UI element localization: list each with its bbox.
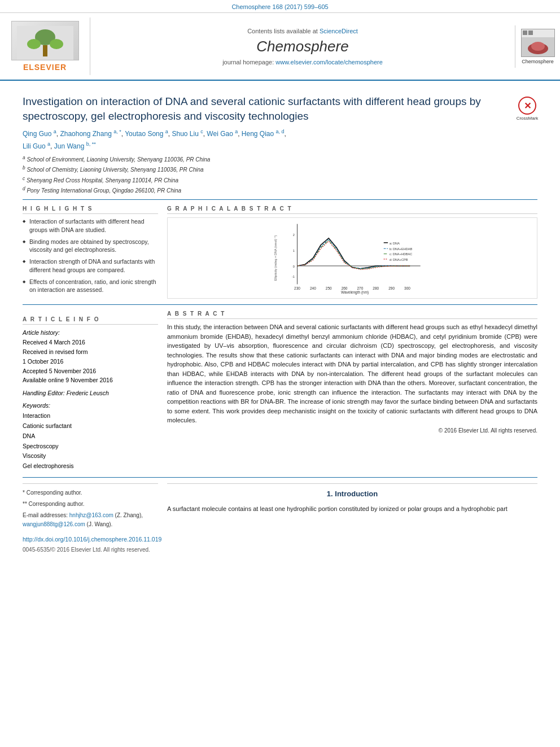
svg-rect-8 <box>528 30 533 35</box>
divider-bottom <box>23 477 537 478</box>
author-qing-guo: Qing Guo <box>23 130 51 138</box>
svg-text:2: 2 <box>293 233 295 237</box>
journal-name: Chemosphere <box>96 38 509 55</box>
email2-name: J. Wang <box>89 521 109 527</box>
keywords-section: Keywords: Interaction Cationic surfactan… <box>23 401 158 471</box>
highlights-label: H I G H L I G H T S <box>23 206 158 214</box>
keywords-label: Keywords: <box>23 401 158 411</box>
email-footnote: E-mail addresses: hnhjhz@163.com (Z. Zha… <box>23 511 158 529</box>
divider-top <box>23 199 537 200</box>
received-date: Received 4 March 2016 <box>23 338 158 347</box>
svg-text:Ellipticity (mdeg × DNA (nmol): Ellipticity (mdeg × DNA (nmol)⁻¹) <box>274 235 277 281</box>
author-heng-qiao: Heng Qiao <box>242 130 274 138</box>
affiliation-c: c Shenyang Red Cross Hospital, Shenyang … <box>23 175 537 185</box>
doi-link[interactable]: http://dx.doi.org/10.1016/j.chemosphere.… <box>23 536 161 543</box>
intro-title: 1. Introduction <box>167 488 537 500</box>
svg-text:230: 230 <box>294 286 300 290</box>
issn-line: 0045-6535/© 2016 Elsevier Ltd. All right… <box>23 545 158 554</box>
keyword-6: Gel electrophoresis <box>23 461 158 471</box>
graph-container: Ellipticity (mdeg × DNA (nmol)⁻¹) 230 24… <box>167 217 537 299</box>
received-revised: Received in revised form <box>23 347 158 357</box>
accepted-date: Accepted 5 November 2016 <box>23 366 158 376</box>
citation-bar: Chemosphere 168 (2017) 599–605 <box>0 0 560 13</box>
author-lili-guo: Lili Guo <box>23 142 46 150</box>
svg-text:250: 250 <box>326 286 332 290</box>
article-history: Article history: Received 4 March 2016 R… <box>23 328 158 385</box>
homepage-link[interactable]: www.elsevier.com/locate/chemosphere <box>275 59 383 65</box>
svg-text:c: DNA+HDBAC: c: DNA+HDBAC <box>390 253 412 256</box>
keyword-1: Interaction <box>23 411 158 421</box>
highlight-item-2: Binding modes are obtained by spectrosco… <box>23 238 158 254</box>
highlights-graphical-section: H I G H L I G H T S Interaction of surfa… <box>23 206 537 299</box>
journal-cover: Chemosphere <box>515 25 560 68</box>
keyword-2: Cationic surfactant <box>23 421 158 431</box>
cover-label: Chemosphere <box>522 59 554 64</box>
bottom-section: * Corresponding author. ** Corresponding… <box>23 483 537 554</box>
history-label: Article history: <box>23 328 158 338</box>
journal-header: ELSEVIER Contents lists available at Sci… <box>0 13 560 81</box>
email1-name: Z. Zhang <box>117 512 139 518</box>
keyword-5: Viscosity <box>23 451 158 461</box>
affiliation-b: b School of Chemistry, Liaoning Universi… <box>23 164 537 174</box>
introduction-column: 1. Introduction A surfactant molecule co… <box>167 483 537 554</box>
svg-text:Wavelength (nm): Wavelength (nm) <box>341 291 369 295</box>
email-label: E-mail addresses: <box>23 512 68 518</box>
cover-svg <box>522 29 554 56</box>
elsevier-label: ELSEVIER <box>23 63 67 72</box>
footnote-2: ** Corresponding author. <box>23 500 158 509</box>
cover-image <box>521 29 555 57</box>
revised-date: 1 October 2016 <box>23 357 158 366</box>
svg-text:0: 0 <box>293 265 295 268</box>
highlight-item-4: Effects of concentration, ratio, and ion… <box>23 278 158 294</box>
abstract-label: A B S T R A C T <box>167 311 537 319</box>
crossmark[interactable]: ✕ CrossMark <box>517 97 537 121</box>
highlight-item-1: Interaction of surfactants with differen… <box>23 217 158 234</box>
email-link-2[interactable]: wangjun888tg@126.com <box>23 521 85 527</box>
crossmark-icon: ✕ <box>518 97 536 115</box>
keyword-3: DNA <box>23 431 158 442</box>
svg-rect-27 <box>384 243 388 243</box>
svg-rect-4 <box>43 45 47 56</box>
sci-direct-link[interactable]: ScienceDirect <box>320 28 358 34</box>
author-wei-gao: Wei Gao <box>207 130 233 138</box>
abstract-text: In this study, the interaction between D… <box>167 322 537 425</box>
elsevier-logo: ELSEVIER <box>0 18 90 75</box>
svg-text:290: 290 <box>388 286 395 290</box>
main-content: Investigation on interaction of DNA and … <box>0 81 560 560</box>
abstract-column: A B S T R A C T In this study, the inter… <box>167 311 537 471</box>
authors-line: Qing Guo a, Zhaohong Zhang a, *, Youtao … <box>23 128 537 152</box>
svg-text:280: 280 <box>373 286 379 290</box>
email-link-1[interactable]: hnhjhz@163.com <box>69 512 113 518</box>
affiliations: a School of Environment, Liaoning Univer… <box>23 154 537 195</box>
svg-point-10 <box>531 42 545 51</box>
highlights-list: Interaction of surfactants with differen… <box>23 217 158 294</box>
keyword-4: Spectroscopy <box>23 442 158 452</box>
svg-text:d: DNA+CPB: d: DNA+CPB <box>390 258 408 261</box>
footnotes-column: * Corresponding author. ** Corresponding… <box>23 483 158 554</box>
svg-point-3 <box>50 39 63 49</box>
svg-text:240: 240 <box>310 286 316 290</box>
handling-editor: Handling Editor: Frederic Leusch <box>23 390 158 396</box>
affiliation-a: a School of Environment, Liaoning Univer… <box>23 154 537 164</box>
author-youtao-song: Youtao Song <box>125 130 163 138</box>
graphical-abstract-column: G R A P H I C A L A B S T R A C T Ellipt… <box>167 206 537 299</box>
svg-text:270: 270 <box>357 286 363 290</box>
svg-text:1: 1 <box>293 249 295 252</box>
article-title: Investigation on interaction of DNA and … <box>23 94 509 123</box>
homepage-label: journal homepage: <box>222 59 274 65</box>
article-info-label: A R T I C L E I N F O <box>23 316 158 325</box>
svg-point-2 <box>27 39 41 49</box>
svg-rect-7 <box>523 30 527 35</box>
author-zhaohong-zhang: Zhaohong Zhang <box>60 130 111 138</box>
svg-text:b: DNA+EHDAB: b: DNA+EHDAB <box>390 247 413 251</box>
elsevier-image <box>11 21 79 60</box>
article-info-column: A R T I C L E I N F O Article history: R… <box>23 316 158 471</box>
sci-direct-line: Contents lists available at ScienceDirec… <box>96 28 509 34</box>
graph-svg: Ellipticity (mdeg × DNA (nmol)⁻¹) 230 24… <box>273 221 431 295</box>
svg-text:260: 260 <box>342 286 348 290</box>
journal-center: Contents lists available at ScienceDirec… <box>90 25 515 68</box>
available-date: Available online 9 November 2016 <box>23 375 158 385</box>
info-abstract-section: A R T I C L E I N F O Article history: R… <box>23 311 537 471</box>
footnote-1: * Corresponding author. <box>23 488 158 497</box>
copyright: © 2016 Elsevier Ltd. All rights reserved… <box>167 427 537 434</box>
